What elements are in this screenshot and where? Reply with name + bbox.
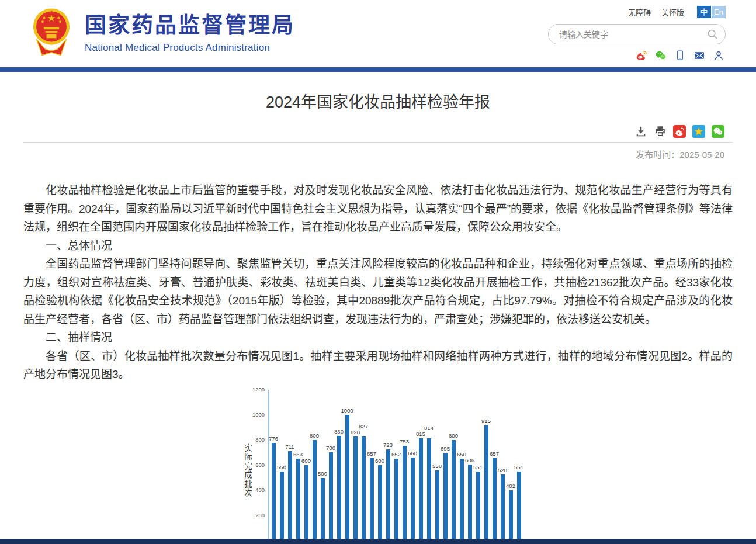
title-divider [23,142,733,143]
bar-value-label: 551 [514,464,523,470]
bar-广东 [419,438,423,541]
bar-value-label: 660 [408,450,417,456]
y-axis-tick-label: 800 [240,436,265,443]
bar-value-label: 500 [318,470,327,477]
paragraph-intro: 化妆品抽样检验是化妆品上市后监管的重要手段，对及时发现化妆品安全风险、依法打击化… [23,181,733,237]
site-title-zh: 国家药品监督管理局 [85,14,295,38]
bar-河北 [288,451,292,540]
bar-辽宁 [313,440,317,541]
bar-value-label: 700 [326,445,335,451]
bar-value-label: 657 [367,451,376,457]
lang-zh-button[interactable]: 中 [697,6,711,18]
bar-西藏 [476,472,480,541]
bar-浙江 [353,436,358,541]
site-title: 国家药品监督管理局 National Medical Products Admi… [85,6,295,54]
bar-value-label: 528 [498,467,507,473]
mail-icon[interactable] [693,50,705,61]
bar-value-label: 657 [490,451,499,457]
section-heading-1: 一、总体情况 [23,237,733,255]
bar-山东 [386,449,390,540]
weibo-icon[interactable] [636,50,647,61]
y-axis-tick-label: 600 [240,462,265,468]
figure1-bar-chart: 实际完成批次 020040060080010001200776北京550天津71… [226,385,530,544]
bar-value-label: 600 [375,458,384,464]
bar-value-label: 550 [277,464,286,470]
search-icon[interactable] [707,29,718,40]
header-right: 无障碍 关怀版 中 En [548,6,726,61]
mobile-icon[interactable] [674,50,686,61]
bar-value-label: 830 [334,428,344,435]
bar-海南 [435,470,439,540]
lang-en-button[interactable]: En [712,6,726,18]
bar-吉林 [321,478,325,541]
bar-河南 [394,459,398,541]
share-weibo-icon[interactable] [673,125,686,138]
bar-value-label: 723 [383,442,393,448]
download-icon[interactable] [634,125,647,138]
bar-陕西 [484,425,488,540]
bar-value-label: 827 [359,423,368,429]
paragraph-overview: 全国药品监督管理部门坚持问题导向、聚焦监管关切，重点关注风险程度较高的化妆品品种… [23,255,733,328]
page-title: 2024年国家化妆品抽样检验年报 [23,89,733,112]
bar-江苏 [345,415,349,541]
bar-value-label: 915 [481,418,491,424]
bar-value-label: 753 [400,438,409,445]
bar-新疆 [517,472,521,541]
bar-湖南 [411,458,415,540]
bar-北京 [272,443,276,540]
footer-bar [0,539,756,544]
article-toolbar [23,125,733,138]
national-emblem-icon [32,6,71,57]
bar-湖北 [403,446,407,541]
language-switch: 中 En [697,6,726,18]
chart-plot: 020040060080010001200776北京550天津711河北653山… [268,390,523,542]
wechat-icon[interactable] [655,50,667,61]
bar-内蒙古 [304,465,308,541]
bar-value-label: 606 [465,457,474,463]
bar-value-label: 402 [506,483,515,489]
search-input[interactable] [558,29,707,40]
bar-天津 [280,472,284,541]
bar-重庆 [443,453,448,541]
print-icon[interactable] [654,125,667,138]
y-axis-tick-label: 1200 [240,386,265,393]
bar-value-label: 1000 [341,407,353,414]
care-version-link[interactable]: 关怀版 [661,6,684,18]
article-content: 2024年国家化妆品抽样检验年报 [0,89,756,544]
social-icon-row [548,50,726,61]
site-logo[interactable]: 国家药品监督管理局 National Medical Products Admi… [32,6,295,57]
share-qzone-icon[interactable] [692,125,705,138]
bar-value-label: 711 [285,443,294,450]
y-axis-tick-label: 200 [240,512,265,518]
bar-青海 [501,474,505,541]
paragraph-sampling: 各省（区、市）化妆品抽样批次数量分布情况见图1。抽样主要采用现场抽样和网络抽样两… [23,347,733,384]
bar-上海 [337,436,341,540]
search-box[interactable] [548,24,726,44]
bar-value-label: 800 [310,432,319,439]
bar-甘肃 [493,458,497,541]
bar-安徽 [362,436,366,540]
y-axis-tick-label: 1000 [240,411,265,418]
bar-value-label: 814 [424,425,434,431]
bar-value-label: 551 [473,464,483,470]
bar-value-label: 828 [351,429,360,435]
bar-贵州 [460,459,464,540]
y-axis-tick-label: 400 [240,487,265,493]
user-icon[interactable] [713,50,724,61]
bar-江西 [378,465,382,541]
bar-value-label: 652 [391,451,401,458]
bar-云南 [468,465,472,541]
top-links: 无障碍 关怀版 中 En [548,6,726,18]
bar-value-label: 776 [269,435,278,442]
header-divider-band [0,67,756,72]
accessibility-link[interactable]: 无障碍 [628,6,651,18]
bar-广西 [427,438,431,541]
bar-value-label: 558 [432,463,442,469]
share-wechat-icon[interactable] [712,125,724,138]
section-heading-2: 二、抽样情况 [23,328,733,347]
bar-四川 [452,440,456,541]
bar-value-label: 653 [293,451,303,458]
site-header: 国家药品监督管理局 National Medical Products Admi… [0,0,756,67]
article-body: 化妆品抽样检验是化妆品上市后监管的重要手段，对及时发现化妆品安全风险、依法打击化… [23,181,733,384]
bar-value-label: 695 [441,445,450,452]
